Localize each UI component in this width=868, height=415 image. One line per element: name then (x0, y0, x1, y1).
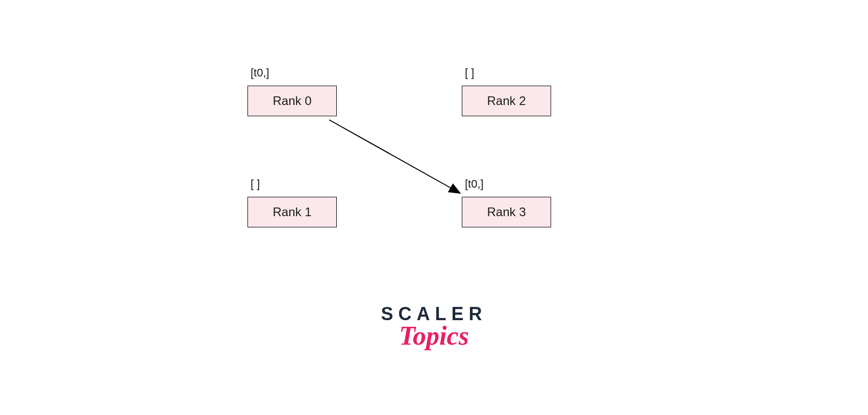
node-state-label: [ ] (465, 66, 551, 80)
node-name: Rank 3 (487, 205, 526, 219)
node-state-label: [ ] (251, 177, 337, 191)
arrow-icon (327, 117, 475, 204)
node-state-label: [t0,] (251, 66, 337, 80)
node-rank-0: [t0,] Rank 0 (247, 66, 337, 116)
node-box: Rank 0 (247, 86, 337, 116)
node-name: Rank 2 (487, 94, 526, 108)
logo-line2: Topics (381, 321, 487, 351)
node-state-label: [t0,] (465, 177, 551, 191)
diagram-container: [t0,] Rank 0 [ ] Rank 1 [ ] Rank 2 [t0,]… (0, 66, 868, 260)
node-name: Rank 0 (272, 94, 311, 108)
node-rank-1: [ ] Rank 1 (247, 177, 337, 227)
svg-line-1 (329, 120, 459, 193)
node-box: Rank 3 (462, 197, 551, 227)
node-box: Rank 1 (247, 197, 337, 227)
node-rank-2: [ ] Rank 2 (462, 66, 551, 116)
scaler-topics-logo: SCALER Topics (381, 303, 487, 351)
node-rank-3: [t0,] Rank 3 (462, 177, 551, 227)
node-name: Rank 1 (272, 205, 311, 219)
node-box: Rank 2 (462, 86, 551, 116)
